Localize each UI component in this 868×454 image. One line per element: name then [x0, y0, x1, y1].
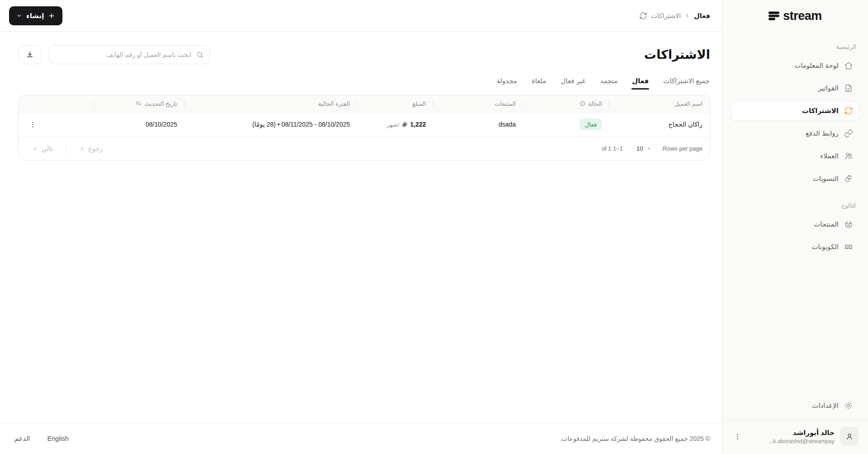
support-link[interactable]: الدعم: [14, 435, 30, 442]
person-icon: [845, 432, 854, 441]
pagination-divider: [66, 144, 66, 154]
cell-current-period: 08/10/2025 - 08/11/2025 • (28 يومًا): [185, 112, 357, 137]
users-icon: [844, 151, 853, 161]
cell-customer: راكان الحجاج: [609, 112, 710, 137]
tab-all-subscriptions[interactable]: جميع الاشتراكات: [663, 77, 710, 90]
sidebar-item-payment-links[interactable]: روابط الدفع: [731, 123, 859, 143]
brand-name: stream: [783, 9, 822, 23]
rows-per-page-select[interactable]: 10: [636, 145, 651, 152]
coins-icon: [844, 174, 853, 183]
sidebar-item-label: الكوبونات: [811, 243, 839, 251]
next-page-button[interactable]: تالي: [29, 145, 56, 152]
user-meta: خالد أبوراشد ...k.aborashid@streampay: [768, 429, 835, 445]
rows-per-page-value: 10: [636, 145, 643, 152]
sidebar: stream الرئيسية لوحة المعلومات: [721, 0, 868, 454]
subscriptions-table-card: اسم العميل الحالة: [18, 95, 710, 161]
pagination-nav: رجوع تالي: [29, 144, 105, 154]
breadcrumb: الاشتراكات فعال: [639, 12, 710, 20]
download-icon: [26, 51, 34, 59]
sidebar-item-subscriptions[interactable]: الاشتراكات: [731, 101, 859, 121]
amount-period: /شهر: [387, 121, 399, 128]
user-kebab-button[interactable]: [731, 430, 744, 443]
app-root: stream الرئيسية لوحة المعلومات: [0, 0, 868, 454]
sidebar-item-label: المنتجات: [814, 220, 839, 228]
page-content: الاشتراكات: [0, 32, 721, 423]
chevron-down-icon: [16, 13, 22, 19]
dots-vertical-icon: [29, 121, 37, 128]
table-row[interactable]: راكان الحجاج فعال dsada 1,222: [19, 112, 710, 137]
sidebar-item-settlements[interactable]: التسويات: [731, 169, 859, 189]
search-box: [49, 45, 210, 64]
user-menu[interactable]: خالد أبوراشد ...k.aborashid@streampay: [722, 420, 868, 454]
sidebar-item-settings[interactable]: الإعدادات: [731, 396, 859, 416]
gear-icon: [844, 401, 853, 410]
search-input[interactable]: [49, 45, 210, 64]
avatar: [840, 427, 859, 446]
status-badge: فعال: [579, 118, 602, 130]
sidebar-item-label: الفواتير: [818, 84, 839, 92]
tab-cancelled[interactable]: ملغاة: [531, 77, 547, 90]
column-header-updated[interactable]: تاريخ التحديث: [95, 95, 185, 112]
column-header-amount: المبلغ: [357, 95, 433, 112]
sidebar-bottom: الإعدادات خالد أبوراشد ...k.aborashid@st…: [722, 396, 868, 454]
stream-logo-icon: [768, 10, 780, 21]
tab-inactive[interactable]: غير فعال: [560, 77, 586, 90]
row-actions-button[interactable]: [26, 118, 39, 131]
head-actions: [18, 45, 210, 64]
copyright-text: © 2025 جميع الحقوق محفوظة لشركة ستريم لل…: [560, 435, 710, 442]
sidebar-item-label: الإعدادات: [812, 402, 839, 410]
info-icon[interactable]: [579, 100, 586, 107]
topbar: الاشتراكات فعال إنشاء: [0, 0, 721, 32]
plus-icon: [48, 12, 55, 19]
footer-links: English الدعم: [14, 435, 69, 442]
brand-logo[interactable]: stream: [722, 0, 868, 32]
column-header-actions: [19, 95, 95, 112]
column-header-customer: اسم العميل: [609, 95, 710, 112]
sidebar-item-coupons[interactable]: الكوبونات: [731, 237, 859, 257]
table-pagination: Rows per page: 10 1–1 of 1 رجوع: [19, 137, 710, 160]
table-header-row: اسم العميل الحالة: [19, 95, 710, 112]
page-footer: © 2025 جميع الحقوق محفوظة لشركة ستريم لل…: [0, 423, 721, 454]
user-email: ...k.aborashid@streampay: [768, 438, 835, 445]
language-toggle[interactable]: English: [47, 435, 69, 442]
cell-status: فعال: [523, 112, 609, 137]
subscriptions-table: اسم العميل الحالة: [19, 95, 710, 137]
previous-page-label: رجوع: [88, 145, 103, 152]
sidebar-item-label: الاشتراكات: [802, 107, 839, 115]
chevron-left-icon: [32, 146, 38, 152]
column-header-status: الحالة: [523, 95, 609, 112]
amount-value: 1,222: [410, 121, 426, 128]
tab-active[interactable]: فعال: [631, 77, 649, 90]
dots-vertical-icon: [734, 433, 741, 440]
export-button[interactable]: [18, 45, 42, 64]
sort-descending-icon: [135, 100, 142, 107]
home-icon: [844, 61, 853, 70]
sidebar-item-invoices[interactable]: الفواتير: [731, 78, 859, 98]
column-header-period: الفترة الحالية: [185, 95, 357, 112]
sidebar-section-catalog: كتالوج: [734, 202, 856, 209]
sidebar-section-main: الرئيسية: [734, 43, 856, 50]
sidebar-item-dashboard[interactable]: لوحة المعلومات: [731, 56, 859, 76]
cell-products: dsada: [433, 112, 523, 137]
sync-icon: [639, 12, 647, 20]
main-area: الاشتراكات فعال إنشاء: [0, 0, 721, 454]
user-name: خالد أبوراشد: [768, 429, 835, 437]
sidebar-item-customers[interactable]: العملاء: [731, 146, 859, 166]
tab-scheduled[interactable]: مجدولة: [496, 77, 517, 90]
create-button[interactable]: إنشاء: [9, 6, 62, 25]
sidebar-item-label: العملاء: [820, 152, 839, 160]
chevron-left-icon: [684, 13, 690, 19]
column-header-products: المنتجات: [433, 95, 523, 112]
cell-updated-date: 08/10/2025: [95, 112, 185, 137]
next-page-label: تالي: [42, 145, 53, 152]
sync-icon: [844, 106, 853, 115]
invoice-icon: [844, 84, 853, 93]
sidebar-item-products[interactable]: المنتجات: [731, 214, 859, 234]
caret-down-icon: [646, 146, 651, 151]
breadcrumb-root[interactable]: الاشتراكات: [651, 12, 681, 19]
previous-page-button[interactable]: رجوع: [76, 145, 105, 152]
tab-frozen[interactable]: متجمد: [600, 77, 618, 90]
tabs: جميع الاشتراكات فعال متجمد غير فعال ملغا…: [18, 77, 710, 90]
sidebar-item-label: روابط الدفع: [806, 129, 839, 137]
link-icon: [844, 129, 853, 138]
